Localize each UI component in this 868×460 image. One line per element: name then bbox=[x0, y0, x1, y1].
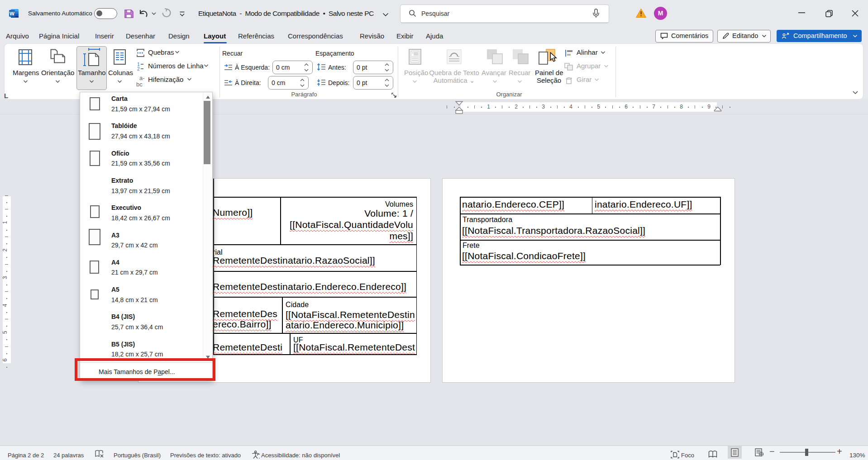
svg-text:bc: bc bbox=[136, 81, 143, 88]
svg-text:a-: a- bbox=[139, 75, 145, 81]
svg-text:2: 2 bbox=[137, 66, 140, 71]
